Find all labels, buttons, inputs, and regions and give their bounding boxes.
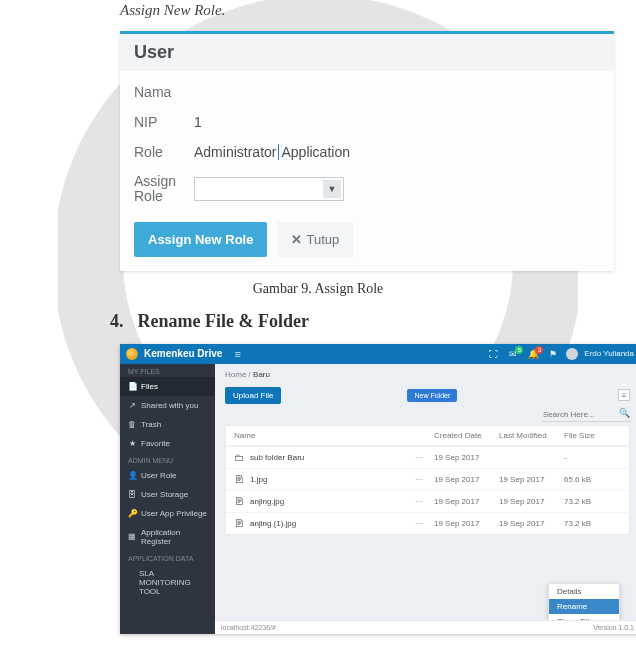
nav-section-admin: ADMIN MENU: [120, 453, 215, 466]
list-item[interactable]: 🖹1.jpg ⋯ 19 Sep 2017 19 Sep 2017 65.6 kB: [226, 468, 629, 490]
key-icon: 🔑: [128, 509, 136, 518]
assign-role-select[interactable]: ▼: [194, 177, 344, 201]
cell-created: 19 Sep 2017: [434, 475, 499, 484]
close-label: Tutup: [306, 232, 339, 247]
sidebar-item-user-app-priv[interactable]: 🔑User App Privilege: [120, 504, 215, 523]
sidebar-item-label: Trash: [141, 420, 161, 429]
more-icon[interactable]: ⋯: [404, 519, 434, 528]
figure-caption-1: Gambar 9. Assign Role: [20, 281, 616, 297]
sidebar-item-label: Shared with you: [141, 401, 198, 410]
sidebar-item-user-storage[interactable]: 🗄User Storage: [120, 485, 215, 504]
list-item[interactable]: 🖹anjing.jpg ⋯ 19 Sep 2017 19 Sep 2017 73…: [226, 490, 629, 512]
upload-file-button[interactable]: Upload File: [225, 387, 281, 404]
more-icon[interactable]: ⋯: [404, 475, 434, 484]
col-modified[interactable]: Last Modified: [499, 431, 564, 440]
cell-size: 73.2 kB: [564, 519, 619, 528]
main-area: Home / Baru Upload File New Folder ≡ 🔍 N…: [215, 364, 636, 634]
list-item[interactable]: 🖹anjing (1).jpg ⋯ 19 Sep 2017 19 Sep 201…: [226, 512, 629, 534]
bell-icon[interactable]: 🔔3: [526, 349, 540, 359]
close-button[interactable]: ✕Tutup: [277, 222, 353, 257]
bell-badge: 3: [535, 346, 543, 354]
close-icon: ✕: [291, 232, 302, 247]
crumb-current: Baru: [253, 370, 270, 379]
label-assign-role: Assign Role: [134, 174, 194, 205]
drive-screenshot: Kemenkeu Drive ≡ ⛶ ✉5 🔔3 ⚑ Erdo Yulianda…: [120, 344, 636, 634]
label-nama: Nama: [134, 84, 194, 100]
sidebar-item-label: Files: [141, 382, 158, 391]
topbar: Kemenkeu Drive ≡ ⛶ ✉5 🔔3 ⚑ Erdo Yulianda: [120, 344, 636, 364]
sidebar-item-trash[interactable]: 🗑Trash: [120, 415, 215, 434]
file-icon: 🖹: [234, 518, 244, 529]
cell-size: 65.6 kB: [564, 475, 619, 484]
value-role: AdministratorApplication: [194, 144, 350, 160]
user-icon: 👤: [128, 471, 136, 480]
file-name: anjing (1).jpg: [250, 519, 296, 528]
brand-name: Kemenkeu Drive: [144, 348, 222, 359]
new-folder-button[interactable]: New Folder: [407, 389, 457, 402]
sidebar-item-shared[interactable]: ↗Shared with you: [120, 396, 215, 415]
file-name: anjing.jpg: [250, 497, 284, 506]
role-part-b: Application: [281, 144, 350, 160]
sidebar-item-user-role[interactable]: 👤User Role: [120, 466, 215, 485]
share-icon: ↗: [128, 401, 136, 410]
cell-created: 19 Sep 2017: [434, 497, 499, 506]
cell-created: 19 Sep 2017: [434, 453, 499, 462]
cell-modified: 19 Sep 2017: [499, 519, 564, 528]
col-created[interactable]: Created Date: [434, 431, 499, 440]
file-list: Name Created Date Last Modified File Siz…: [225, 425, 630, 535]
file-icon: 🖹: [234, 474, 244, 485]
flag-icon[interactable]: ⚑: [546, 349, 560, 359]
avatar[interactable]: [566, 348, 578, 360]
status-right: Version 1.0.1: [593, 624, 634, 631]
more-icon[interactable]: ⋯: [404, 453, 434, 462]
toolbar: Upload File New Folder ≡: [215, 379, 636, 408]
grid-icon: ▦: [128, 532, 136, 541]
value-nip: 1: [194, 114, 202, 130]
mail-icon[interactable]: ✉5: [506, 349, 520, 359]
col-size[interactable]: File Size: [564, 431, 619, 440]
sidebar-item-favorite[interactable]: ★Favorite: [120, 434, 215, 453]
sidebar-item-label: SLA MONITORING TOOL: [139, 569, 207, 596]
files-icon: 📄: [128, 382, 136, 391]
search-input[interactable]: [541, 408, 631, 422]
search-icon[interactable]: 🔍: [619, 408, 630, 422]
status-left: localhost:42236/#: [221, 624, 276, 631]
sidebar-item-sla[interactable]: SLA MONITORING TOOL: [120, 564, 215, 601]
star-icon: ★: [128, 439, 136, 448]
role-part-a: Administrator: [194, 144, 276, 160]
sidebar-item-label: User App Privilege: [141, 509, 207, 518]
sidebar: MY FILES 📄Files ↗Shared with you 🗑Trash …: [120, 364, 215, 634]
section-heading: 4.Rename File & Folder: [110, 311, 616, 332]
cell-size: -: [564, 453, 619, 462]
brand-logo-icon: [126, 348, 138, 360]
expand-icon[interactable]: ⛶: [486, 349, 500, 359]
sidebar-item-app-register[interactable]: ▦Application Register: [120, 523, 215, 551]
text-cursor: [278, 144, 279, 160]
crumb-home[interactable]: Home: [225, 370, 246, 379]
crumb-sep: /: [249, 370, 251, 379]
username[interactable]: Erdo Yulianda: [584, 349, 634, 358]
assign-new-role-button[interactable]: Assign New Role: [134, 222, 267, 257]
view-toggle-icon[interactable]: ≡: [618, 389, 630, 401]
label-nip: NIP: [134, 114, 194, 130]
section-number: 4.: [110, 311, 124, 331]
file-name: 1.jpg: [250, 475, 267, 484]
label-role: Role: [134, 144, 194, 160]
cell-modified: 19 Sep 2017: [499, 497, 564, 506]
ctx-rename[interactable]: Rename: [549, 599, 619, 614]
statusbar: localhost:42236/# Version 1.0.1: [215, 620, 636, 634]
breadcrumb: Home / Baru: [215, 364, 636, 379]
lead-text: Assign New Role.: [120, 2, 616, 19]
sidebar-item-label: Favorite: [141, 439, 170, 448]
cell-modified: 19 Sep 2017: [499, 475, 564, 484]
panel-title: User: [120, 34, 614, 71]
assign-role-panel: User Nama NIP 1 Role AdministratorApplic…: [120, 31, 614, 271]
menu-toggle-icon[interactable]: ≡: [234, 348, 240, 360]
ctx-details[interactable]: Details: [549, 584, 619, 599]
file-name: sub folder Baru: [250, 453, 304, 462]
col-name[interactable]: Name: [234, 431, 404, 440]
list-item[interactable]: 🗀sub folder Baru ⋯ 19 Sep 2017 -: [226, 446, 629, 468]
list-header: Name Created Date Last Modified File Siz…: [226, 426, 629, 446]
more-icon[interactable]: ⋯: [404, 497, 434, 506]
sidebar-item-files[interactable]: 📄Files: [120, 377, 215, 396]
